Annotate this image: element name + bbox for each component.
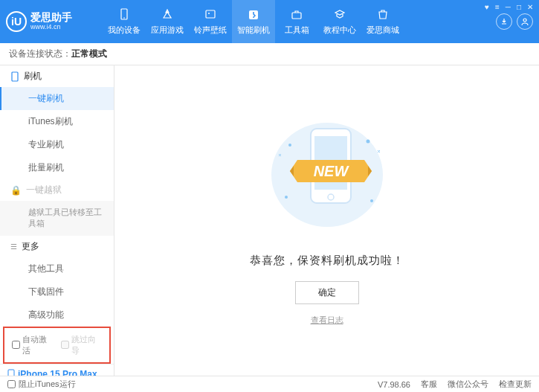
header: iU 爱思助手 www.i4.cn 我的设备 应用游戏 铃声壁纸 智能刷机 工具… xyxy=(0,0,539,43)
nav-toolbox[interactable]: 工具箱 xyxy=(275,0,318,43)
menu-icon[interactable]: ≡ xyxy=(495,3,500,11)
sidebar-group-more[interactable]: ☰ 更多 xyxy=(0,236,114,257)
sidebar-item-advanced[interactable]: 高级功能 xyxy=(0,303,114,327)
sidebar-group-jailbreak[interactable]: 🔒 一键越狱 xyxy=(0,179,114,201)
svg-point-16 xyxy=(285,196,288,199)
sidebar-item-itunes[interactable]: iTunes刷机 xyxy=(0,110,114,133)
chevron-icon: ☰ xyxy=(10,242,17,251)
jailbreak-note: 越狱工具已转移至工具箱 xyxy=(0,201,114,236)
footer-update[interactable]: 检查更新 xyxy=(499,379,532,390)
lock-icon: 🔒 xyxy=(10,185,22,196)
nav-tutorials[interactable]: 教程中心 xyxy=(318,0,361,43)
skip-guide-checkbox[interactable]: 跳过向导 xyxy=(61,334,103,356)
svg-text:NEW: NEW xyxy=(313,163,349,179)
phone-icon xyxy=(10,71,19,82)
svg-rect-8 xyxy=(8,370,14,376)
sidebar-item-batch[interactable]: 批量刷机 xyxy=(0,156,114,179)
confirm-button[interactable]: 确定 xyxy=(295,281,359,304)
device-icon xyxy=(117,7,132,22)
sidebar: 刷机 一键刷机 iTunes刷机 专业刷机 批量刷机 🔒 一键越狱 越狱工具已转… xyxy=(0,65,114,376)
svg-point-1 xyxy=(123,17,125,19)
svg-point-15 xyxy=(366,140,369,144)
sidebar-item-download[interactable]: 下载固件 xyxy=(0,280,114,303)
user-button[interactable] xyxy=(517,13,533,30)
auto-activate-checkbox[interactable]: 自动激活 xyxy=(12,334,54,356)
flash-icon xyxy=(246,7,261,22)
download-button[interactable] xyxy=(496,13,512,30)
view-log-link[interactable]: 查看日志 xyxy=(311,315,343,326)
store-icon xyxy=(375,7,390,22)
sidebar-group-flash[interactable]: 刷机 xyxy=(0,65,114,87)
footer: 阻止iTunes运行 V7.98.66 客服 微信公众号 检查更新 xyxy=(0,376,539,392)
success-illustration: NEW xyxy=(253,115,401,242)
svg-point-17 xyxy=(370,199,373,202)
minimize-icon[interactable]: ─ xyxy=(506,3,511,11)
toolbox-icon xyxy=(289,7,304,22)
footer-support[interactable]: 客服 xyxy=(421,379,437,390)
brand-name: 爱思助手 xyxy=(30,12,72,23)
device-info[interactable]: iPhone 15 Pro Max 512GB iPhone xyxy=(0,364,114,376)
maximize-icon[interactable]: □ xyxy=(517,3,521,11)
top-nav: 我的设备 应用游戏 铃声壁纸 智能刷机 工具箱 教程中心 爱思商城 xyxy=(103,0,404,43)
svg-rect-7 xyxy=(12,72,18,81)
status-value: 正常模式 xyxy=(71,48,107,60)
logo-icon: iU xyxy=(6,11,27,32)
logo[interactable]: iU 爱思助手 www.i4.cn xyxy=(6,11,103,32)
success-message: 恭喜您，保资料刷机成功啦！ xyxy=(250,254,404,268)
svg-rect-2 xyxy=(206,10,215,18)
status-bar: 设备连接状态： 正常模式 xyxy=(0,43,539,65)
tutorial-icon xyxy=(332,7,347,22)
svg-point-6 xyxy=(523,19,526,22)
version-label: V7.98.66 xyxy=(378,380,410,389)
wallpaper-icon xyxy=(203,7,218,22)
gift-icon[interactable]: ♥ xyxy=(485,3,489,11)
status-label: 设备连接状态： xyxy=(9,48,71,60)
nav-ringtones[interactable]: 铃声壁纸 xyxy=(189,0,232,43)
nav-apps[interactable]: 应用游戏 xyxy=(146,0,189,43)
svg-rect-5 xyxy=(292,13,301,19)
highlighted-options: 自动激活 跳过向导 xyxy=(3,327,111,364)
block-itunes-checkbox[interactable]: 阻止iTunes运行 xyxy=(7,379,76,390)
device-phone-icon xyxy=(7,369,15,376)
nav-flash[interactable]: 智能刷机 xyxy=(232,0,275,43)
sidebar-item-other[interactable]: 其他工具 xyxy=(0,257,114,280)
svg-point-14 xyxy=(288,144,291,147)
main-content: NEW 恭喜您，保资料刷机成功啦！ 确定 查看日志 xyxy=(114,65,539,376)
nav-store[interactable]: 爱思商城 xyxy=(361,0,404,43)
sidebar-item-oneclick[interactable]: 一键刷机 xyxy=(0,87,114,110)
close-icon[interactable]: ✕ xyxy=(527,3,533,11)
brand-url: www.i4.cn xyxy=(30,24,72,31)
footer-wechat[interactable]: 微信公众号 xyxy=(448,379,488,390)
sidebar-item-pro[interactable]: 专业刷机 xyxy=(0,133,114,156)
svg-point-3 xyxy=(208,13,210,14)
nav-my-device[interactable]: 我的设备 xyxy=(103,0,146,43)
apps-icon xyxy=(160,7,175,22)
